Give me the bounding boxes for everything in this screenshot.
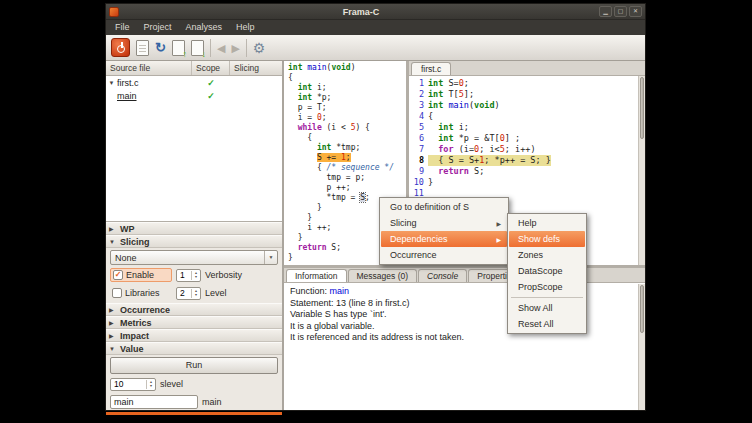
- src-line[interactable]: 4{: [411, 111, 637, 122]
- section-impact[interactable]: ▶ Impact: [106, 329, 282, 342]
- code-line[interactable]: while (i < 5) {: [288, 123, 406, 133]
- menu-item-occurrence[interactable]: Occurrence: [381, 247, 507, 263]
- code-line[interactable]: {: [288, 133, 406, 143]
- src-line[interactable]: 7 for (i=0; i<5; i++): [411, 144, 637, 155]
- tree-expander-icon[interactable]: ▼: [106, 80, 117, 86]
- submenu-item-show-defs[interactable]: Show defs: [509, 231, 585, 247]
- close-button[interactable]: ✕: [629, 6, 642, 17]
- submenu-item-datascope[interactable]: DataScope: [509, 263, 585, 279]
- combo-arrow-icon: ▼: [264, 251, 277, 264]
- source-vertical-scrollbar[interactable]: [638, 76, 645, 265]
- scrollbar-thumb[interactable]: [640, 285, 644, 333]
- menu-project[interactable]: Project: [137, 20, 179, 35]
- tab-information[interactable]: Information: [286, 269, 347, 282]
- src-line[interactable]: 10}: [411, 177, 637, 188]
- menu-item-slicing[interactable]: Slicing ▶: [381, 215, 507, 231]
- scrollbar-thumb[interactable]: [640, 77, 644, 139]
- section-value[interactable]: ▼ Value: [106, 342, 282, 355]
- left-panel: Source file Scope Slicing ▼ first.c ✓ ma…: [106, 61, 284, 410]
- code-line[interactable]: tmp = p;: [288, 173, 406, 183]
- app-icon: [109, 7, 119, 17]
- column-source-file[interactable]: Source file: [106, 61, 192, 75]
- line-number: 3: [411, 100, 428, 111]
- libraries-check-cell[interactable]: Libraries: [110, 287, 172, 299]
- tree-row-first-c[interactable]: ▼ first.c ✓: [106, 76, 282, 89]
- submenu-item-propscope[interactable]: PropScope: [509, 279, 585, 295]
- tree-row-main[interactable]: main ✓: [106, 89, 282, 102]
- toolbar: ↻ ↑ ↓ ◀ ▶ ⚙: [106, 35, 645, 61]
- frama-c-window: Frama-C ▁ ▢ ✕ File Project Analyses Help…: [105, 3, 646, 411]
- quit-button[interactable]: [111, 38, 130, 57]
- main-function-input[interactable]: [110, 395, 198, 409]
- menu-item-label: Show All: [518, 303, 553, 313]
- slevel-stepper[interactable]: 10 ▴ ▾: [110, 378, 156, 391]
- code-line[interactable]: int *tmp;: [288, 143, 406, 153]
- back-icon[interactable]: ◀: [217, 38, 225, 58]
- code-line[interactable]: p = T;: [288, 103, 406, 113]
- load-session-icon[interactable]: ↑: [172, 40, 185, 56]
- main-function-label: main: [202, 397, 222, 407]
- maximize-button[interactable]: ▢: [614, 6, 627, 17]
- run-button[interactable]: Run: [110, 357, 278, 374]
- save-session-icon[interactable]: ↓: [191, 40, 204, 56]
- src-line[interactable]: 3int main(void): [411, 100, 637, 111]
- forward-icon[interactable]: ▶: [231, 38, 239, 58]
- column-scope[interactable]: Scope: [192, 61, 230, 75]
- section-metrics-label: Metrics: [120, 318, 152, 328]
- code-line[interactable]: S += 1;: [288, 153, 406, 163]
- src-line[interactable]: 9 return S;: [411, 166, 637, 177]
- section-slicing[interactable]: ▼ Slicing: [106, 235, 282, 248]
- menu-help[interactable]: Help: [229, 20, 262, 35]
- tab-messages[interactable]: Messages (0): [348, 269, 418, 282]
- stepper-arrows-icon[interactable]: ▴ ▾: [191, 271, 200, 280]
- code-line[interactable]: i = 0;: [288, 113, 406, 123]
- submenu-item-zones[interactable]: Zones: [509, 247, 585, 263]
- chevron-down-icon: ▼: [109, 346, 117, 352]
- slicing-mode-select[interactable]: None ▼: [110, 250, 278, 265]
- column-slicing[interactable]: Slicing: [230, 61, 282, 75]
- libraries-label: Libraries: [125, 288, 160, 298]
- submenu-item-show-all[interactable]: Show All: [509, 300, 585, 316]
- menu-file[interactable]: File: [108, 20, 137, 35]
- section-metrics[interactable]: ▶ Metrics: [106, 316, 282, 329]
- src-line[interactable]: 6 int *p = &T[0] ;: [411, 133, 637, 144]
- verbosity-label: Verbosity: [205, 270, 242, 280]
- src-line[interactable]: 1int S=0;: [411, 78, 637, 89]
- menu-item-dependencies[interactable]: Dependencies ▶: [381, 231, 507, 247]
- tab-first-c[interactable]: first.c: [411, 62, 451, 75]
- chevron-right-icon: ▶: [109, 306, 117, 313]
- enable-checkbox[interactable]: ✓: [113, 270, 123, 280]
- stepper-arrows-icon[interactable]: ▴ ▾: [191, 289, 200, 298]
- level-stepper[interactable]: 2 ▴ ▾: [176, 287, 201, 300]
- tree-label-first-c: first.c: [117, 78, 139, 88]
- code-line[interactable]: {: [288, 73, 406, 83]
- menu-item-label: Help: [518, 218, 537, 228]
- src-line[interactable]: 8 { S = S+1; *p++ = S; }: [411, 155, 637, 166]
- analyses-gear-icon[interactable]: ⚙: [253, 38, 266, 58]
- reparse-icon[interactable]: ↻: [155, 38, 166, 58]
- enable-check-cell[interactable]: ✓ Enable: [110, 268, 172, 282]
- stepper-arrows-icon[interactable]: ▴ ▾: [146, 380, 155, 389]
- section-occurrence[interactable]: ▶ Occurrence: [106, 303, 282, 316]
- code-line[interactable]: int *p;: [288, 93, 406, 103]
- submenu-item-reset-all[interactable]: Reset All: [509, 316, 585, 332]
- menu-separator: [511, 297, 583, 298]
- submenu-item-help[interactable]: Help: [509, 215, 585, 231]
- enable-row: ✓ Enable 1 ▴ ▾ Verbosity: [110, 267, 278, 283]
- menu-analyses[interactable]: Analyses: [179, 20, 230, 35]
- arrow-up-icon: ↑: [182, 50, 187, 58]
- libraries-checkbox[interactable]: [112, 288, 122, 298]
- menu-item-goto-definition[interactable]: Go to definition of S: [381, 199, 507, 215]
- minimize-button[interactable]: ▁: [599, 6, 612, 17]
- src-line[interactable]: 5 int i;: [411, 122, 637, 133]
- code-line[interactable]: int i;: [288, 83, 406, 93]
- verbosity-stepper[interactable]: 1 ▴ ▾: [176, 269, 201, 282]
- code-line[interactable]: p ++;: [288, 183, 406, 193]
- section-wp[interactable]: ▶ WP: [106, 222, 282, 235]
- code-line[interactable]: int main(void): [288, 63, 406, 73]
- new-file-icon[interactable]: [136, 40, 149, 56]
- bottom-vertical-scrollbar[interactable]: [638, 284, 645, 410]
- code-line[interactable]: { /* sequence */: [288, 163, 406, 173]
- src-line[interactable]: 2int T[5];: [411, 89, 637, 100]
- tab-console[interactable]: Console: [418, 269, 467, 282]
